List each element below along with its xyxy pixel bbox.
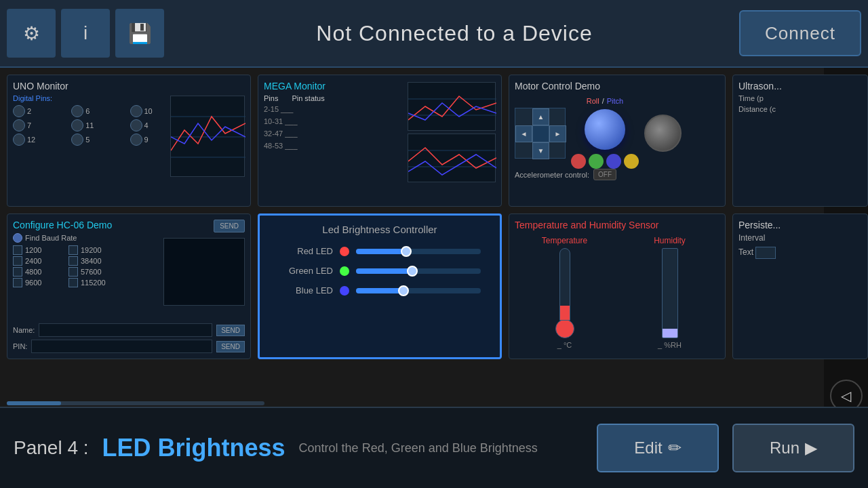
connect-button[interactable]: Connect <box>739 10 861 56</box>
blue-slider-thumb[interactable] <box>398 285 409 296</box>
settings-icon: ⚙ <box>23 22 40 45</box>
pin-6-circle <box>71 105 83 117</box>
green-led-slider[interactable] <box>356 268 481 274</box>
dpad-up[interactable]: ▲ <box>532 108 549 125</box>
temperature-value: _ °C <box>557 341 572 349</box>
blue-led-indicator <box>340 286 349 296</box>
dpad-left[interactable]: ◄ <box>515 125 532 142</box>
pin-12-circle <box>13 134 25 146</box>
save-button[interactable]: 💾 <box>115 9 164 58</box>
motor-panel-title: Motor Control Demo <box>515 81 719 92</box>
baud-115200: 115200 <box>68 278 123 287</box>
mega-chart-bottom <box>408 134 496 182</box>
led-brightness-panel: Led Brightness Controller Red LED Green … <box>258 214 502 359</box>
red-led-slider[interactable] <box>356 249 481 254</box>
thermo-tube <box>559 248 570 321</box>
run-button[interactable]: Run ▶ <box>732 424 854 472</box>
time-label: Time (p <box>738 94 764 102</box>
color-btn-yellow[interactable] <box>624 154 639 169</box>
color-btn-red[interactable] <box>571 154 586 169</box>
panel-number-label: Panel 4 : <box>14 437 89 459</box>
bottom-bar: Panel 4 : LED Brightness Control the Red… <box>0 407 868 488</box>
blue-led-label: Blue LED <box>279 285 333 296</box>
hc06-pin-send[interactable]: SEND <box>216 341 245 352</box>
accel-toggle[interactable]: OFF <box>593 169 616 180</box>
interval-label: Interval <box>738 233 765 243</box>
humidity-value: _ %RH <box>658 341 682 349</box>
baud-4800: 4800 <box>13 267 67 277</box>
edit-button[interactable]: Edit ✏ <box>597 424 719 472</box>
edit-icon: ✏ <box>668 439 682 458</box>
humidity-section: Humidity _ %RH <box>620 236 719 349</box>
red-slider-thumb[interactable] <box>401 246 412 257</box>
text-box[interactable] <box>755 247 776 259</box>
header: ⚙ i 💾 Not Connected to a Device Connect <box>0 0 868 68</box>
dpad-center <box>532 125 549 142</box>
ultrasonic-distance-row: Distance (c <box>738 105 862 113</box>
find-baud-label: Find Baud Rate <box>25 234 77 242</box>
hc06-pin-label: PIN: <box>13 342 27 350</box>
mega-col-status: Pin status <box>292 94 324 102</box>
persist-panel-title: Persiste... <box>738 220 862 230</box>
baud-4800-checkbox[interactable] <box>13 267 22 277</box>
pin-2-circle <box>13 105 25 117</box>
temperature-label: Temperature <box>542 236 587 245</box>
ultrasonic-panel-title: Ultrason... <box>738 81 862 92</box>
blue-sphere <box>585 109 625 150</box>
red-led-row: Red LED <box>265 246 494 256</box>
baud-57600-checkbox[interactable] <box>68 267 78 277</box>
pitch-label: Pitch <box>607 97 623 105</box>
motor-labels: Roll / Pitch <box>587 97 623 105</box>
text-row: Text <box>738 247 862 259</box>
baud-19200: 19200 <box>68 245 123 255</box>
temp-content: Temperature _ °C Humidity <box>515 236 719 349</box>
dpad-right[interactable]: ► <box>549 125 566 142</box>
persist-panel: Persiste... Interval Text <box>732 214 868 359</box>
pin-7-circle <box>13 119 25 131</box>
hc06-pin-input[interactable] <box>31 340 212 353</box>
baud-38400-checkbox[interactable] <box>68 256 78 266</box>
pin-12: 12 <box>13 134 69 146</box>
green-slider-fill <box>356 268 412 274</box>
color-btn-blue[interactable] <box>606 154 621 169</box>
temp-humidity-panel: Temperature and Humidity Sensor Temperat… <box>509 214 726 359</box>
uno-chart <box>170 96 245 177</box>
baud-1200: 1200 <box>13 245 67 255</box>
baud-9600: 9600 <box>13 278 67 287</box>
pin-10-circle <box>130 105 142 117</box>
dpad-down[interactable]: ▼ <box>532 142 549 159</box>
color-btn-green[interactable] <box>589 154 604 169</box>
baud-1200-checkbox[interactable] <box>13 245 22 255</box>
gray-knob[interactable] <box>644 115 682 152</box>
scroll-indicator <box>7 401 264 405</box>
uno-panel-title: UNO Monitor <box>13 81 245 92</box>
ultrasonic-time-row: Time (p <box>738 94 862 102</box>
green-slider-thumb[interactable] <box>407 266 418 277</box>
connection-status: Not Connected to a Device <box>170 21 739 46</box>
distance-label: Distance (c <box>738 105 776 113</box>
baud-2400-checkbox[interactable] <box>13 256 22 266</box>
save-icon: 💾 <box>128 22 152 45</box>
baud-9600-checkbox[interactable] <box>13 278 22 287</box>
pin-5: 5 <box>71 134 127 146</box>
hc06-pin-row: PIN: SEND <box>13 340 245 353</box>
hc06-name-send[interactable]: SEND <box>216 325 245 336</box>
hc06-send-button[interactable]: SEND <box>214 220 245 232</box>
info-button[interactable]: i <box>61 9 110 58</box>
baud-38400: 38400 <box>68 256 123 266</box>
hc06-name-input[interactable] <box>39 323 212 337</box>
ultrasonic-panel: Ultrason... Time (p Distance (c <box>732 75 868 207</box>
thermo-fill <box>560 306 570 320</box>
panel-name: LED Brightness <box>102 434 285 462</box>
hc06-panel-title: Configure HC-06 Demo <box>13 220 245 230</box>
blue-led-slider[interactable] <box>356 288 481 293</box>
run-label: Run <box>770 439 800 458</box>
settings-button[interactable]: ⚙ <box>7 9 56 58</box>
hc06-bottom-controls: Name: SEND PIN: SEND <box>13 323 245 353</box>
temp-panel-title: Temperature and Humidity Sensor <box>515 220 719 230</box>
red-slider-fill <box>356 249 406 254</box>
text-label: Text <box>738 247 753 257</box>
baud-19200-checkbox[interactable] <box>68 245 78 255</box>
baud-115200-checkbox[interactable] <box>68 278 78 287</box>
baud-2400: 2400 <box>13 256 67 266</box>
